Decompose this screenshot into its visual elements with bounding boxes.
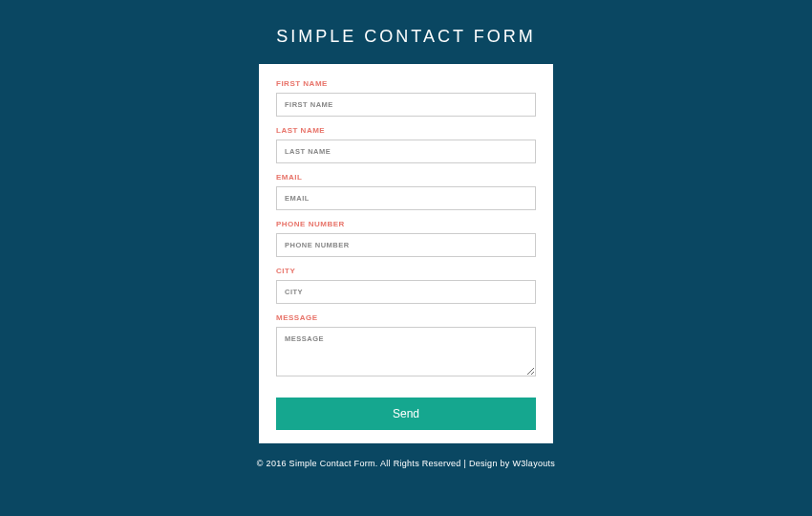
footer-prefix: © 2016 Simple Contact Form. All Rights R… bbox=[257, 459, 513, 468]
phone-input[interactable] bbox=[276, 233, 536, 257]
send-button[interactable]: Send bbox=[276, 398, 536, 430]
email-group: EMAIL bbox=[276, 173, 536, 210]
email-label: EMAIL bbox=[276, 173, 536, 182]
city-group: CITY bbox=[276, 267, 536, 304]
message-group: MESSAGE bbox=[276, 313, 536, 380]
message-label: MESSAGE bbox=[276, 313, 536, 322]
message-textarea[interactable] bbox=[276, 327, 536, 376]
contact-form-card: FIRST NAME LAST NAME EMAIL PHONE NUMBER … bbox=[259, 64, 553, 443]
phone-group: PHONE NUMBER bbox=[276, 220, 536, 257]
last-name-label: LAST NAME bbox=[276, 126, 536, 135]
first-name-group: FIRST NAME bbox=[276, 79, 536, 117]
city-input[interactable] bbox=[276, 280, 536, 304]
footer-text: © 2016 Simple Contact Form. All Rights R… bbox=[257, 459, 555, 468]
email-input[interactable] bbox=[276, 186, 536, 210]
phone-label: PHONE NUMBER bbox=[276, 220, 536, 228]
first-name-input[interactable] bbox=[276, 93, 536, 117]
last-name-group: LAST NAME bbox=[276, 126, 536, 163]
first-name-label: FIRST NAME bbox=[276, 79, 536, 88]
footer-link[interactable]: W3layouts bbox=[512, 459, 555, 468]
page-title: SIMPLE CONTACT FORM bbox=[276, 27, 535, 47]
city-label: CITY bbox=[276, 267, 536, 275]
last-name-input[interactable] bbox=[276, 140, 536, 163]
